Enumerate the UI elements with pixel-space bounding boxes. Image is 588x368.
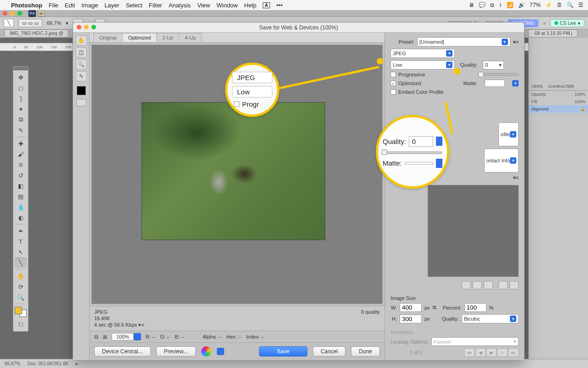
gradient-tool-icon[interactable]: ▤ <box>15 191 27 201</box>
status-arrow-icon[interactable]: ▸ <box>76 361 78 366</box>
path-tool-icon[interactable]: ↖ <box>15 247 27 257</box>
color-swatch[interactable] <box>77 86 86 95</box>
eraser-tool-icon[interactable]: ◧ <box>15 181 27 191</box>
quickmask-icon[interactable]: ◻ <box>15 319 27 329</box>
menu-file[interactable]: File <box>49 2 58 9</box>
chat-icon[interactable]: 💬 <box>479 2 486 8</box>
preset-menu-icon[interactable]: ▾≡ <box>513 39 519 45</box>
color-table-buttons[interactable] <box>390 281 519 289</box>
crop-tool-icon[interactable]: ⧉ <box>15 115 27 125</box>
wand-tool-icon[interactable]: ✦ <box>15 104 27 114</box>
tool-preset-icon[interactable]: ╲ <box>4 19 14 27</box>
display-icon[interactable]: 🖥 <box>469 2 474 8</box>
chevron-down-icon[interactable] <box>217 348 224 355</box>
type-tool-icon[interactable]: T <box>15 236 27 247</box>
healing-tool-icon[interactable]: ✚ <box>15 138 27 149</box>
overflow-icon[interactable]: ••• <box>277 2 283 9</box>
zoom-combo[interactable]: 66.7% <box>47 20 61 26</box>
status-doc[interactable]: Doc: 351.6K/351.6K <box>28 361 69 366</box>
menu-view[interactable]: View <box>197 2 210 9</box>
menu-help[interactable]: Help <box>244 2 257 9</box>
color-table[interactable] <box>428 185 519 277</box>
menu-filter[interactable]: Filter <box>149 2 162 9</box>
embed-profile-checkbox[interactable]: Embed Color Profile <box>390 89 519 95</box>
wifi-icon[interactable]: 📶 <box>507 2 514 8</box>
bridge-icon[interactable]: Br <box>38 10 45 17</box>
link-icon[interactable]: ⧉ <box>433 305 436 310</box>
quality-slider[interactable] <box>479 73 519 76</box>
optimized-checkbox[interactable]: ✓Optimized <box>390 80 421 86</box>
progressive-checkbox[interactable]: Progressive <box>390 72 425 77</box>
tab-original[interactable]: Original <box>93 33 123 42</box>
menu-edit[interactable]: Edit <box>65 2 75 9</box>
menu-analysis[interactable]: Analysis <box>169 2 191 9</box>
eyedropper-icon[interactable]: ✎ <box>76 71 87 81</box>
quality-preset-select[interactable]: Low▾ <box>390 60 455 69</box>
tab-2up[interactable]: 2-Up <box>156 33 179 42</box>
lasso-tool-icon[interactable]: ⟆ <box>15 93 27 104</box>
bluetooth-icon[interactable]: ᚼ <box>499 2 502 8</box>
menu-select[interactable]: Select <box>126 2 142 9</box>
contact-select[interactable]: ontact Info▾ <box>484 149 519 172</box>
quality-field[interactable]: 0▾ <box>483 61 504 69</box>
save-button[interactable]: Save <box>259 346 307 356</box>
window-controls[interactable] <box>3 11 22 16</box>
adobe-icon[interactable]: A <box>263 2 270 8</box>
status-zoom[interactable]: 66.67% <box>5 361 20 366</box>
width-field[interactable] <box>400 303 422 312</box>
done-button[interactable]: Done <box>351 346 380 356</box>
marquee-tool-icon[interactable]: ◻ <box>15 83 27 93</box>
zoom-icon[interactable] <box>91 25 96 29</box>
screen-icon[interactable]: ⧉ <box>490 2 494 8</box>
dialog-titlebar[interactable]: Save for Web & Devices (100%) <box>73 23 524 33</box>
document-tab[interactable]: -08 at 3.19.35 PM.j <box>528 29 577 37</box>
minimize-icon[interactable] <box>84 25 89 29</box>
resample-select[interactable]: Bicubic▾ <box>462 314 519 323</box>
hand-icon[interactable]: ✋ <box>76 35 87 46</box>
chevron-down-icon[interactable]: ▾ <box>512 80 519 86</box>
volume-icon[interactable]: 🔊 <box>518 2 525 8</box>
slice-visibility-icon[interactable] <box>76 99 86 106</box>
zoom-select[interactable]: 100% <box>112 333 134 340</box>
spotlight-icon[interactable]: 🔍 <box>567 2 574 8</box>
zoom-tool-icon[interactable]: 🔍 <box>15 292 27 302</box>
color-swatches[interactable] <box>15 307 27 317</box>
panel-tabs[interactable]: YERSCHARACTER <box>529 83 588 91</box>
hand-tool-icon[interactable]: ✋ <box>15 271 27 281</box>
stamp-tool-icon[interactable]: ⧈ <box>15 160 27 170</box>
tab-optimized[interactable]: Optimized <box>122 33 157 42</box>
menu-layer[interactable]: Layer <box>104 2 119 9</box>
brush-tool-icon[interactable]: 🖌 <box>15 149 27 159</box>
menu-image[interactable]: Image <box>81 2 98 9</box>
height-field[interactable] <box>400 315 422 323</box>
preview-button[interactable]: Preview... <box>156 346 196 356</box>
pen-tool-icon[interactable]: ✒ <box>15 226 27 236</box>
preset-select[interactable]: [Unnamed]▾ <box>417 37 510 46</box>
line-tool-icon[interactable]: ╲ <box>15 258 27 268</box>
device-central-button[interactable]: Device Central... <box>94 346 151 356</box>
layer-item[interactable]: ckground <box>531 107 548 111</box>
menu-window[interactable]: Window <box>216 2 237 9</box>
eyedropper-tool-icon[interactable]: ✎ <box>15 125 27 135</box>
slice-icon[interactable]: ◫ <box>76 47 87 58</box>
zoom-out-icon[interactable]: ⊟ <box>94 334 98 340</box>
rect-options[interactable]: ▭ ▭ ▭ <box>18 19 42 27</box>
workspace-more-icon[interactable]: » <box>538 19 550 27</box>
date-icon[interactable]: 🗓 <box>557 2 562 8</box>
blur-tool-icon[interactable]: 💧 <box>15 202 27 212</box>
opacity-value[interactable]: 100% <box>575 92 585 97</box>
rotate-tool-icon[interactable]: ⟳ <box>15 282 27 292</box>
control-center-icon[interactable]: ☰ <box>578 2 583 8</box>
percent-field[interactable] <box>464 303 486 312</box>
history-brush-icon[interactable]: ↺ <box>15 170 27 180</box>
app-name[interactable]: Photoshop <box>11 2 42 9</box>
cancel-button[interactable]: Cancel <box>313 346 345 356</box>
tab-4up[interactable]: 4-Up <box>179 33 202 42</box>
zoom-icon[interactable]: 🔍 <box>76 59 87 69</box>
profile-select[interactable]: ofile▾ <box>498 122 519 146</box>
chevron-down-icon[interactable]: ▾ <box>66 20 68 26</box>
matte-swatch[interactable] <box>485 80 505 87</box>
format-select[interactable]: JPEG▾ <box>390 49 455 58</box>
cs-live-button[interactable]: CS Live▾ <box>550 19 584 27</box>
move-tool-icon[interactable]: ✥ <box>15 72 27 82</box>
